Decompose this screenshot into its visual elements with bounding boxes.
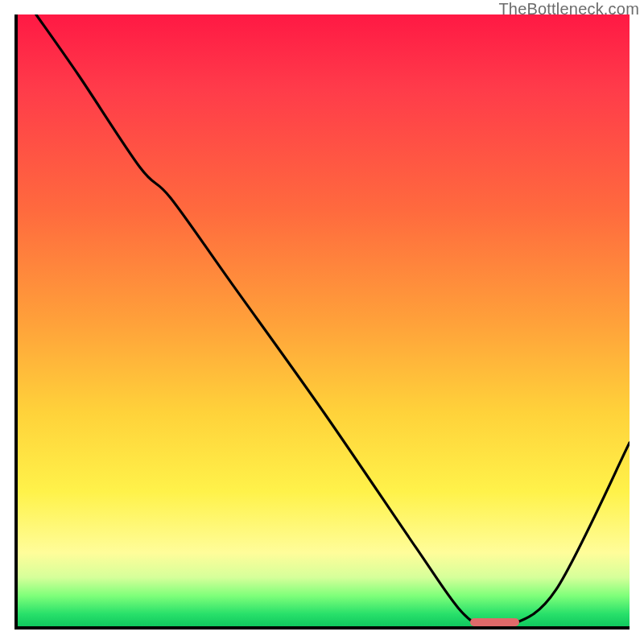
curve-path bbox=[36, 14, 630, 626]
plot-area bbox=[14, 14, 630, 630]
optimal-range-marker bbox=[470, 618, 519, 626]
bottleneck-curve bbox=[18, 14, 630, 626]
bottleneck-chart: TheBottleneck.com bbox=[0, 0, 644, 644]
